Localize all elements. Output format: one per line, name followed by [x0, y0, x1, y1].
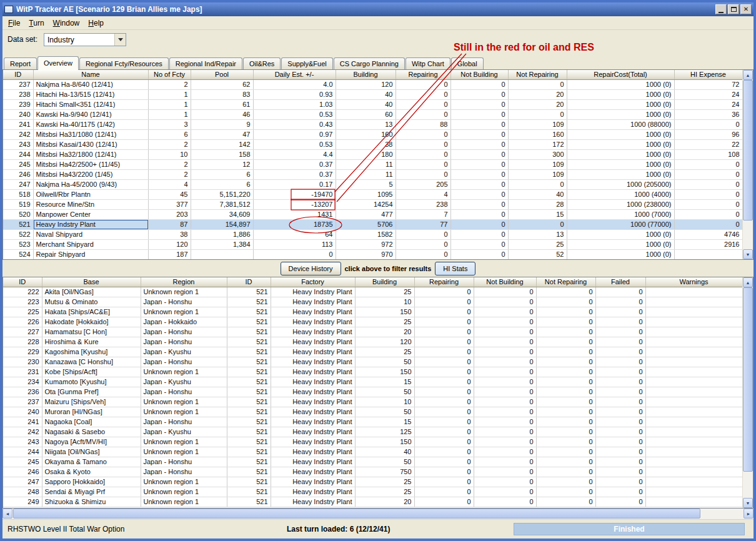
cell[interactable]: 229 [3, 347, 42, 357]
cell[interactable]: 22 [674, 139, 742, 149]
cell[interactable]: 0 [450, 209, 508, 219]
cell[interactable] [645, 477, 742, 487]
cell[interactable]: 0 [595, 457, 645, 467]
table-row[interactable]: 249Shizuoka & ShimizuUnknown region 1521… [3, 497, 742, 507]
cell[interactable]: 25 [355, 487, 414, 497]
cell[interactable] [645, 487, 742, 497]
cell[interactable]: 0 [508, 179, 567, 189]
cell[interactable]: 0.17 [253, 179, 336, 189]
cell[interactable]: 1,384 [191, 239, 253, 249]
cell[interactable]: 0 [595, 357, 645, 367]
maximize-button[interactable] [728, 4, 739, 14]
cell[interactable]: 523 [3, 239, 33, 249]
cell[interactable]: Unknown region 1 [141, 287, 227, 297]
cell[interactable]: 521 [227, 497, 271, 507]
cell[interactable] [645, 377, 742, 387]
column-header[interactable]: ID [227, 277, 271, 287]
tab-oil-res[interactable]: Oil&Res [243, 57, 281, 69]
dataset-combobox[interactable]: Industry [44, 33, 126, 46]
cell[interactable]: 522 [3, 229, 33, 239]
cell[interactable]: 0 [595, 407, 645, 417]
cell[interactable]: Japan - Honshu [141, 467, 227, 477]
cell[interactable]: 52 [508, 249, 567, 259]
cell[interactable]: 0 [536, 337, 595, 347]
table-row[interactable]: 521Heavy Indstry Plant87154,897187355706… [3, 219, 742, 229]
cell[interactable]: Kawski Ha-9/940 (12/41) [33, 109, 148, 119]
cell[interactable]: 0 [536, 377, 595, 387]
close-button[interactable]: ✕ [740, 4, 752, 14]
cell[interactable] [674, 249, 742, 259]
cell[interactable]: Hiroshima & Kure [42, 337, 141, 347]
cell[interactable]: Mitsbsi Ha32/1800 (12/41) [33, 149, 148, 159]
cell[interactable] [645, 387, 742, 397]
cell[interactable]: Japan - Honshu [141, 327, 227, 337]
cell[interactable] [645, 287, 742, 297]
cell[interactable]: Osaka & Kyoto [42, 467, 141, 477]
cell[interactable]: 524 [3, 249, 33, 259]
cell[interactable] [645, 417, 742, 427]
cell[interactable]: 0 [414, 487, 474, 497]
cell[interactable]: 0 [508, 109, 567, 119]
cell[interactable]: 0 [474, 347, 536, 357]
cell[interactable]: 0 [474, 477, 536, 487]
cell[interactable]: Sendai & Miyagi Prf [42, 487, 141, 497]
column-header[interactable]: Daily Est. +/- [253, 70, 336, 79]
cell[interactable]: 521 [227, 387, 271, 397]
cell[interactable]: Maizuru [Ships/Veh] [42, 397, 141, 407]
table-row[interactable]: 240Kawski Ha-9/940 (12/41)1460.536000010… [3, 109, 742, 119]
cell[interactable]: 0 [595, 307, 645, 317]
table-row[interactable]: 520Manpower Center20334,6091431477701510… [3, 209, 742, 219]
cell[interactable]: 25 [355, 477, 414, 487]
cell[interactable]: Nakjma Ha-8/640 (12/41) [33, 79, 148, 89]
tab-supply-fuel[interactable]: Supply&Fuel [281, 57, 332, 69]
cell[interactable] [645, 397, 742, 407]
cell[interactable]: 77 [395, 219, 450, 229]
cell[interactable] [645, 457, 742, 467]
cell[interactable]: 1000 (205000) [567, 179, 674, 189]
menu-turn[interactable]: Turn [24, 17, 48, 29]
cell[interactable]: 0 [450, 119, 508, 129]
column-header[interactable]: Repairing [414, 277, 474, 287]
cell[interactable]: Heavy Indstry Plant [33, 219, 148, 229]
table-row[interactable]: 243Nagoya [Acft/MV/HI]Unknown region 152… [3, 437, 742, 447]
cell[interactable]: 0 [450, 139, 508, 149]
cell[interactable]: Unknown region 1 [141, 367, 227, 377]
cell[interactable]: 246 [3, 169, 33, 179]
column-header[interactable]: No of Fcty [148, 70, 191, 79]
table-row[interactable]: 522Naval Shipyard381,88664158200131000 (… [3, 229, 742, 239]
cell[interactable]: 0 [414, 447, 474, 457]
cell[interactable]: Niigata [Oil/NGas] [42, 447, 141, 457]
cell[interactable]: Heavy Indstry Plant [271, 307, 355, 317]
cell[interactable] [645, 337, 742, 347]
cell[interactable]: 1000 (0) [567, 229, 674, 239]
cell[interactable]: 240 [3, 407, 42, 417]
cell[interactable]: 0 [595, 467, 645, 477]
cell[interactable] [645, 357, 742, 367]
cell[interactable]: 242 [3, 129, 33, 139]
cell[interactable]: 0 [595, 347, 645, 357]
cell[interactable]: 25 [508, 239, 567, 249]
cell[interactable]: 0 [450, 89, 508, 99]
cell[interactable]: 1.03 [253, 99, 336, 109]
cell[interactable]: 50 [355, 457, 414, 467]
cell[interactable]: Oilwell/Rbr Plantn [33, 189, 148, 199]
cell[interactable]: 521 [227, 307, 271, 317]
cell[interactable]: 20 [508, 89, 567, 99]
cell[interactable]: Heavy Indstry Plant [271, 487, 355, 497]
cell[interactable]: 0 [595, 327, 645, 337]
cell[interactable]: 0 [474, 397, 536, 407]
cell[interactable]: 0.53 [253, 139, 336, 149]
cell[interactable]: 0 [414, 417, 474, 427]
cell[interactable]: 0 [414, 407, 474, 417]
column-header[interactable]: Warnings [645, 277, 742, 287]
cell[interactable]: 0 [450, 129, 508, 139]
cell[interactable]: 0 [474, 317, 536, 327]
cell[interactable]: 160 [508, 129, 567, 139]
cell[interactable]: 521 [227, 427, 271, 437]
cell[interactable]: 245 [3, 457, 42, 467]
cell[interactable]: 242 [3, 427, 42, 437]
cell[interactable]: Hamamatsu [C Hon] [42, 327, 141, 337]
cell[interactable]: 125 [355, 427, 414, 437]
cell[interactable]: 13 [508, 229, 567, 239]
cell[interactable]: 0 [395, 89, 450, 99]
